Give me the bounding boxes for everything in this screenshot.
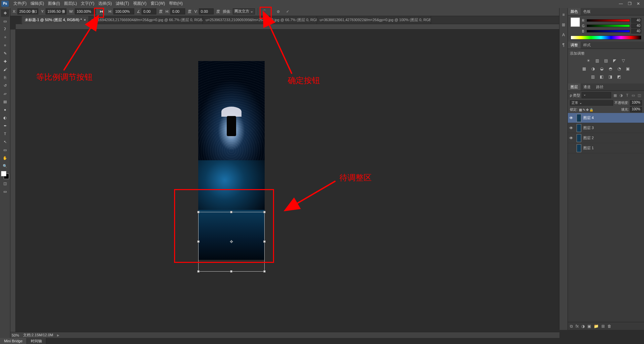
tool-move[interactable]: ✥ [1, 9, 9, 17]
dock-history-icon[interactable]: ≡ [560, 11, 567, 18]
transform-handle-bl[interactable] [197, 270, 200, 273]
close-icon[interactable]: × [84, 18, 86, 22]
layer-filter-icon[interactable]: ◑ [619, 93, 624, 98]
menu-type[interactable]: 文字(Y) [79, 0, 96, 7]
fg-bg-swatch[interactable] [1, 171, 9, 179]
r-slider[interactable] [587, 19, 630, 22]
fill-input[interactable]: 100% [630, 107, 642, 112]
layer-row[interactable]: 👁图层 3 [568, 123, 644, 133]
menu-window[interactable]: 窗口(W) [149, 0, 167, 7]
layer-thumbnail[interactable] [577, 144, 581, 152]
cancel-transform-button[interactable]: ⊘ [274, 7, 282, 15]
interp-select[interactable]: 两次立方 ⌄ [233, 8, 255, 14]
tool-blur[interactable]: ● [1, 106, 9, 113]
adjustment-icon[interactable]: ▥ [594, 57, 601, 64]
tool-hand[interactable]: ✋ [1, 154, 9, 162]
layer-filter-icon[interactable]: ▦ [612, 93, 618, 98]
skew-v-input[interactable] [199, 8, 214, 14]
y-input[interactable] [46, 8, 66, 14]
layer-filter-icon[interactable]: ◫ [637, 93, 642, 98]
window-restore-icon[interactable]: ❐ [625, 1, 634, 6]
menu-view[interactable]: 视图(V) [131, 0, 149, 7]
menu-image[interactable]: 图像(I) [46, 0, 62, 7]
tab-styles[interactable]: 样式 [581, 42, 593, 49]
window-close-icon[interactable]: ✕ [634, 1, 643, 6]
document-tab[interactable]: u=3638812661,427830922&fm=26&gp=0.jpg @ … [317, 16, 431, 24]
tool-eyedropper[interactable]: ✎ [1, 50, 9, 57]
layer-thumbnail[interactable] [577, 114, 581, 122]
layers-footer-icon[interactable]: fx [576, 324, 579, 329]
layer-row[interactable]: 👁图层 2 [568, 133, 644, 143]
tool-shape[interactable]: ▭ [1, 146, 9, 154]
tab-color[interactable]: 颜色 [568, 8, 581, 15]
b-value[interactable]: 40 [631, 29, 641, 34]
layers-footer-icon[interactable]: 🗑 [607, 324, 611, 329]
status-zoom[interactable]: 50% [12, 333, 19, 337]
w-input[interactable] [75, 8, 96, 14]
lock-icon[interactable]: ✥ [586, 108, 589, 112]
tab-mini-bridge[interactable]: Mini Bridge [0, 338, 27, 344]
layers-footer-icon[interactable]: ◑ [581, 324, 585, 329]
window-minimize-icon[interactable]: — [616, 1, 625, 6]
tab-channels[interactable]: 通道 [581, 83, 593, 91]
visibility-icon[interactable]: 👁 [569, 136, 575, 140]
r-value[interactable]: 40 [631, 18, 641, 23]
layer-name[interactable]: 图层 1 [583, 146, 594, 151]
tab-adjustments[interactable]: 调整 [568, 42, 581, 49]
adjustment-icon[interactable]: ◓ [607, 65, 614, 72]
tool-brush[interactable]: 🖌 [1, 66, 9, 73]
tool-magic-wand[interactable]: ✧ [1, 34, 9, 41]
foreground-swatch[interactable] [571, 17, 580, 27]
adjustment-icon[interactable]: ▽ [620, 57, 627, 64]
adjustment-icon[interactable]: ☀ [585, 57, 592, 64]
transform-handle-bm[interactable] [230, 270, 232, 273]
adjustment-icon[interactable]: ◒ [598, 65, 605, 72]
adjustment-icon[interactable]: ▣ [625, 65, 631, 72]
tool-extra[interactable]: ◫ [1, 180, 9, 187]
layer-thumbnail[interactable] [577, 134, 581, 142]
skew-h-input[interactable] [170, 8, 185, 14]
layer-name[interactable]: 图层 2 [583, 135, 594, 140]
layer-filter-icon[interactable]: T [625, 93, 630, 98]
tool-eraser[interactable]: ▱ [1, 90, 9, 97]
angle-input[interactable] [142, 8, 156, 14]
tool-marquee[interactable]: ▭ [1, 17, 9, 25]
kind-select[interactable]: ⌄ [582, 92, 611, 98]
tool-stamp[interactable]: ⎘ [1, 74, 9, 81]
tab-timeline[interactable]: 时间轴 [27, 338, 46, 344]
hue-strip[interactable] [571, 36, 641, 40]
document-tab[interactable]: u=2539637233,210909399&fm=26&gp=0.jpg @ … [203, 16, 317, 24]
adjustment-icon[interactable]: ◨ [607, 73, 614, 80]
layers-footer-icon[interactable]: 📁 [594, 324, 599, 329]
tab-layers[interactable]: 图层 [568, 83, 581, 91]
lock-icon[interactable]: ▦ [579, 108, 582, 112]
menu-file[interactable]: 文件(F) [11, 0, 29, 7]
menu-help[interactable]: 帮助(H) [167, 0, 185, 7]
visibility-icon[interactable]: 👁 [569, 116, 575, 120]
tool-gradient[interactable]: ▤ [1, 98, 9, 105]
menu-filter[interactable]: 滤镜(T) [114, 0, 131, 7]
adjustment-icon[interactable]: ▤ [603, 57, 609, 64]
g-slider[interactable] [587, 24, 630, 27]
opacity-input[interactable]: 100% [630, 100, 642, 106]
layer-row[interactable]: 👁图层 4 [568, 113, 644, 123]
adjustment-icon[interactable]: ▥ [590, 73, 596, 80]
dock-para-icon[interactable]: ¶ [560, 42, 567, 48]
layers-footer-icon[interactable]: ⧉ [570, 324, 573, 329]
layer-filter-icon[interactable]: ▭ [631, 93, 636, 98]
tool-history-brush[interactable]: ↺ [1, 82, 9, 89]
adjustment-icon[interactable]: ◑ [590, 65, 596, 72]
layer-row[interactable]: 图层 1 [568, 143, 644, 153]
tool-type[interactable]: T [1, 130, 9, 137]
visibility-icon[interactable]: 👁 [569, 126, 575, 130]
adjustment-icon[interactable]: ◩ [616, 73, 623, 80]
dock-properties-icon[interactable]: ⊞ [560, 21, 567, 28]
tool-lasso[interactable]: ʔ [1, 25, 9, 33]
g-value[interactable]: 40 [631, 23, 641, 28]
h-input[interactable] [113, 8, 134, 14]
tool-zoom[interactable]: 🔍 [1, 162, 9, 170]
lock-icon[interactable]: 🔒 [589, 108, 593, 112]
layer-name[interactable]: 图层 3 [583, 125, 594, 130]
tool-dodge[interactable]: ◐ [1, 114, 9, 121]
adjustment-icon[interactable]: ▦ [581, 65, 588, 72]
